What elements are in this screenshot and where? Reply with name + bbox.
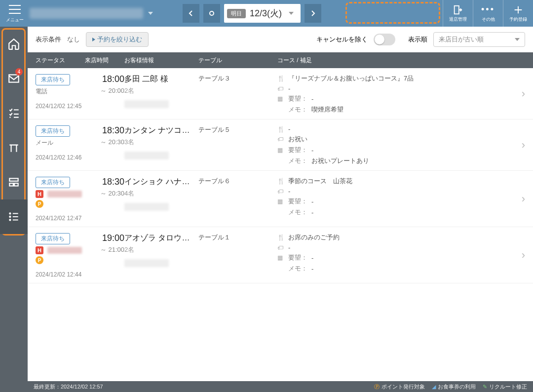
exclude-cancel-toggle[interactable] bbox=[374, 34, 395, 45]
col-header-status: ステータス bbox=[36, 56, 85, 65]
sidebar-layout[interactable] bbox=[0, 165, 28, 199]
table-assignment: テーブル１ bbox=[198, 233, 277, 242]
customer-name: アオゾラ タロウ… bbox=[124, 233, 193, 243]
note-icon: ▦ bbox=[277, 95, 284, 102]
source-redacted bbox=[47, 247, 82, 254]
created-timestamp: 2024/12/02 12:47 bbox=[36, 215, 85, 222]
svg-rect-4 bbox=[14, 183, 18, 186]
svg-point-6 bbox=[9, 216, 10, 217]
legend-recruit-icon: ✎ bbox=[483, 384, 487, 390]
col-header-course: コース / 補足 bbox=[277, 56, 525, 65]
arrival-time: 18:30 bbox=[102, 125, 124, 136]
store-selector[interactable] bbox=[30, 8, 178, 19]
legend-voucher: お食事券の利用 bbox=[438, 383, 476, 391]
note-icon: ▦ bbox=[277, 147, 284, 154]
tag-value: - bbox=[288, 188, 290, 195]
date-today-button[interactable] bbox=[203, 4, 220, 23]
other-menu-button[interactable]: ••• その他 bbox=[473, 0, 503, 27]
tag-icon: 🏷 bbox=[277, 188, 284, 195]
svg-rect-0 bbox=[455, 5, 459, 14]
created-timestamp: 2024/12/02 12:45 bbox=[36, 103, 85, 110]
menu-button[interactable]: メニュー bbox=[0, 0, 30, 27]
chevron-right-icon: › bbox=[522, 249, 525, 262]
status-chip: 来店待ち bbox=[36, 125, 70, 137]
caret-down-icon bbox=[515, 38, 520, 41]
date-prev-button[interactable] bbox=[183, 4, 199, 23]
chevron-right-icon: › bbox=[522, 193, 525, 205]
add-reservation-button[interactable]: 予約登録 bbox=[503, 0, 533, 27]
reservation-via: H bbox=[36, 246, 85, 254]
customer-phone-redacted bbox=[124, 152, 169, 159]
status-chip: 来店待ち bbox=[36, 74, 70, 85]
course-name: - bbox=[288, 125, 290, 133]
reservation-row[interactable]: 来店待ち H P 2024/12/02 12:47 18:30 ～ 20:30 … bbox=[28, 171, 533, 227]
date-picker[interactable]: 明日 12/3(火) bbox=[224, 4, 301, 23]
request-value: - bbox=[311, 198, 313, 205]
request-value: - bbox=[311, 147, 313, 154]
customer-name: 多田 二郎 様 bbox=[124, 74, 193, 84]
source-h-badge: H bbox=[36, 190, 43, 198]
reservation-row[interactable]: 来店待ち 電話 2024/12/02 12:45 18:00 ～ 20:00 多… bbox=[28, 68, 533, 119]
exclude-cancel-label: キャンセルを除く bbox=[316, 35, 368, 44]
door-exit-icon bbox=[453, 4, 463, 15]
customer-name: インショク ハナ… bbox=[124, 177, 193, 187]
sidebar-checklist[interactable] bbox=[0, 96, 28, 130]
triangle-right-icon bbox=[92, 38, 95, 41]
sidebar-table[interactable] bbox=[0, 130, 28, 165]
date-next-button[interactable] bbox=[305, 4, 321, 23]
tag-value: - bbox=[288, 244, 290, 251]
source-p-badge: P bbox=[36, 200, 43, 208]
date-text: 12/3(火) bbox=[250, 7, 282, 19]
end-time: ～ 20:30 bbox=[100, 189, 124, 198]
sidebar-mail[interactable]: 4 bbox=[0, 61, 28, 96]
tag-value: - bbox=[288, 85, 290, 92]
request-value: - bbox=[311, 95, 313, 103]
menu-label: メニュー bbox=[6, 17, 24, 23]
tag-value: お祝い bbox=[288, 135, 307, 144]
memo-value: - bbox=[311, 265, 313, 273]
dots-icon: ••• bbox=[483, 4, 494, 15]
last-updated-value: 2024/12/02 12:57 bbox=[61, 384, 103, 390]
legend-voucher-icon: ◢ bbox=[432, 384, 436, 390]
tag-icon: 🏷 bbox=[277, 85, 284, 92]
checkout-mgmt-button[interactable]: 退店管理 bbox=[443, 0, 473, 27]
note-icon: ▦ bbox=[277, 198, 284, 205]
legend-recruit: リクルート修正 bbox=[489, 383, 527, 391]
filter-button[interactable]: 予約を絞り込む bbox=[86, 32, 149, 47]
memo-value: 喫煙席希望 bbox=[311, 105, 343, 114]
table-assignment: テーブル３ bbox=[198, 74, 277, 83]
utensils-icon: 🍴 bbox=[277, 178, 284, 185]
legend-point: ポイント発行対象 bbox=[381, 383, 425, 391]
reservation-row[interactable]: 来店待ち メール 2024/12/02 12:46 18:30 ～ 20:30 … bbox=[28, 119, 533, 171]
last-updated-label: 最終更新： bbox=[34, 383, 61, 391]
customer-phone-redacted bbox=[124, 259, 169, 267]
hamburger-icon bbox=[9, 5, 21, 6]
customer-phone-redacted bbox=[124, 100, 169, 108]
sidebar-home[interactable] bbox=[0, 27, 28, 61]
source-p-badge: P bbox=[36, 256, 43, 264]
svg-point-5 bbox=[9, 213, 10, 214]
reservation-row[interactable]: 来店待ち H P 2024/12/02 12:44 19:00 ～ 21:00 … bbox=[28, 227, 533, 283]
sidebar-list[interactable] bbox=[0, 199, 28, 234]
request-value: - bbox=[311, 254, 313, 262]
col-header-customer: お客様情報 bbox=[124, 56, 198, 65]
reservation-via: H bbox=[36, 190, 85, 198]
tag-icon: 🏷 bbox=[277, 136, 284, 143]
plus-icon bbox=[513, 4, 524, 15]
filter-label: 表示条件 bbox=[36, 35, 61, 44]
sort-select[interactable]: 来店日が古い順 bbox=[433, 32, 525, 47]
course-name: お席のみのご予約 bbox=[288, 233, 340, 242]
svg-rect-3 bbox=[9, 183, 13, 186]
source-redacted bbox=[47, 191, 82, 197]
sidebar: 4 bbox=[0, 27, 28, 392]
col-header-time: 来店時間 bbox=[85, 56, 124, 65]
note-icon: ▦ bbox=[277, 254, 284, 261]
utensils-icon: 🍴 bbox=[277, 126, 284, 133]
created-timestamp: 2024/12/02 12:44 bbox=[36, 271, 85, 278]
svg-point-7 bbox=[9, 219, 10, 220]
mail-badge: 4 bbox=[15, 68, 23, 76]
course-name: 季節のコース 山茶花 bbox=[288, 177, 352, 186]
table-header: ステータス 来店時間 お客様情報 テーブル コース / 補足 bbox=[28, 52, 533, 68]
reservation-via: 電話 bbox=[36, 87, 85, 96]
caret-down-icon bbox=[289, 12, 294, 15]
